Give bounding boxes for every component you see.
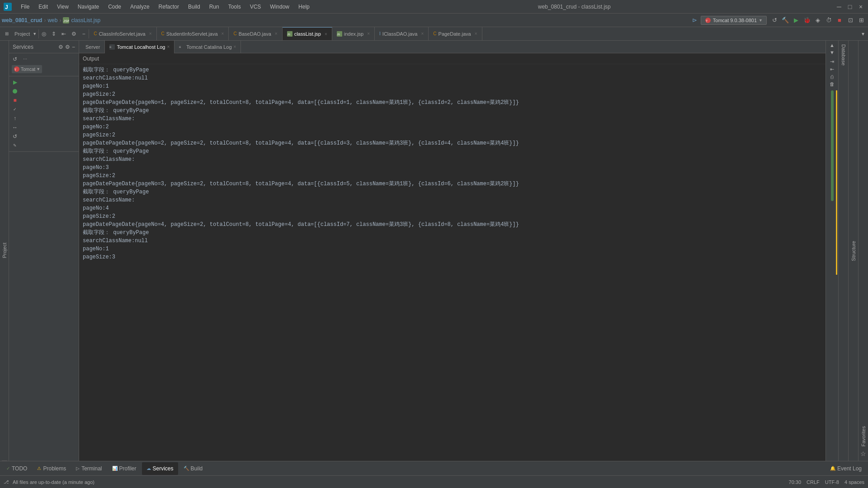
breadcrumb-project[interactable]: web_0801_crud <box>2 17 42 23</box>
settings-icon[interactable]: ⚙ <box>69 29 79 39</box>
menu-tools[interactable]: Tools <box>225 3 245 11</box>
menu-refactor[interactable]: Refactor <box>155 3 183 11</box>
structure-panel[interactable]: Structure <box>848 41 858 461</box>
collapse-icon[interactable]: ⇤ <box>59 29 69 39</box>
deploy-server-icon[interactable]: ↑ <box>11 114 19 122</box>
tab-classList[interactable]: JS classList.jsp × <box>283 27 332 41</box>
bottom-tab-profiler[interactable]: 📊 Profiler <box>108 462 141 475</box>
tab-server[interactable]: Server <box>81 41 105 53</box>
menu-edit[interactable]: Edit <box>35 3 52 11</box>
tomcat-config-button[interactable]: T Tomcat 9.0.38-0801 ▼ <box>701 16 767 25</box>
scroll-up-icon[interactable]: ▲ <box>830 42 835 48</box>
tab-close-IClassDAO[interactable]: × <box>421 31 424 36</box>
database-panel[interactable]: Database <box>838 41 848 461</box>
project-tree-button[interactable]: ⊞ <box>2 29 12 39</box>
menu-code[interactable]: Code <box>104 3 125 11</box>
indentation[interactable]: 4 spaces <box>844 479 864 485</box>
tomcat-label: Tomcat 9.0.38-0801 <box>713 18 757 23</box>
tab-IClassDAO[interactable]: I IClassDAO.java × <box>375 27 429 41</box>
print-icon[interactable]: ⎙ <box>830 74 834 80</box>
server-status-indicator <box>11 87 19 95</box>
tab-PageDate[interactable]: C PageDate.java × <box>429 27 482 41</box>
reload-server-icon[interactable]: ↺ <box>11 132 19 141</box>
services-gear-icon[interactable]: ⚙ <box>65 44 70 50</box>
cursor-position[interactable]: 70:30 <box>789 479 802 485</box>
maximize-button[interactable]: □ <box>846 3 854 10</box>
scroll-from-source-icon[interactable]: ⇕ <box>49 29 59 39</box>
bottom-tab-terminal[interactable]: ▷ Terminal <box>71 462 106 475</box>
breadcrumb-file[interactable]: classList.jsp <box>71 17 100 23</box>
menu-help[interactable]: Help <box>295 3 313 11</box>
start-server-icon[interactable]: ▶ <box>11 78 19 86</box>
locate-file-icon[interactable]: ◎ <box>39 29 49 39</box>
scroll-align-icon[interactable]: ⇤ <box>830 66 834 72</box>
project-dropdown-icon[interactable]: ▼ <box>33 32 37 36</box>
jsp-icon-index: JS <box>337 31 342 37</box>
stop-icon[interactable]: ■ <box>835 15 844 25</box>
tab-tomcat-localhost-log[interactable]: ≡ Tomcat Localhost Log × <box>105 41 175 53</box>
output-content[interactable]: 截取字段： queryByPagesearchClassName:nullpag… <box>79 64 826 461</box>
build-icon[interactable]: 🔨 <box>780 15 790 25</box>
more-tabs-button[interactable]: ▾ <box>858 29 868 39</box>
jsp-icon-classlist: JS <box>287 31 292 37</box>
tab-BaseDAO[interactable]: C BaseDAO.java × <box>229 27 282 41</box>
menu-analyze[interactable]: Analyze <box>127 3 153 11</box>
stop-server-icon[interactable]: ■ <box>11 96 19 104</box>
config-icon[interactable]: ⊞ <box>856 15 866 25</box>
encoding[interactable]: UTF-8 <box>825 479 839 485</box>
scroll-down-icon[interactable]: ▼ <box>830 50 835 55</box>
run-icon[interactable]: ▶ <box>791 15 801 25</box>
menu-window[interactable]: Window <box>266 3 293 11</box>
bottom-tab-problems[interactable]: ⚠ Problems <box>33 462 71 475</box>
line-ending[interactable]: CRLF <box>807 479 820 485</box>
build-label: Build <box>191 465 203 472</box>
favorites-panel[interactable]: Favorites ☆ <box>858 41 868 461</box>
deploy-icon[interactable]: ⊡ <box>845 15 855 25</box>
menu-navigate[interactable]: Navigate <box>74 3 103 11</box>
tab-close-StudentInfoServlet[interactable]: × <box>222 31 224 36</box>
hide-icon[interactable]: − <box>79 29 89 39</box>
scroll-fit-icon[interactable]: ⇥ <box>830 59 834 65</box>
minimize-button[interactable]: ─ <box>835 3 843 10</box>
menu-vcs[interactable]: VCS <box>246 3 265 11</box>
menu-view[interactable]: View <box>53 3 72 11</box>
scroll-thumb[interactable] <box>831 90 834 201</box>
refresh-services-icon[interactable]: ↺ <box>11 55 19 63</box>
edit-server-icon[interactable]: ✎ <box>11 141 19 150</box>
bottom-tab-build[interactable]: 🔨 Build <box>179 462 208 475</box>
tab-tomcat-catalina-log[interactable]: ≡ Tomcat Catalina Log × <box>175 41 241 53</box>
services-settings-icon[interactable]: ⚙ <box>58 44 63 50</box>
tab-close-catalina-log[interactable]: × <box>234 44 236 49</box>
tab-close-classList[interactable]: × <box>325 32 327 37</box>
menu-run[interactable]: Run <box>206 3 223 11</box>
server-dropdown[interactable]: T Tomcat ▼ <box>12 65 42 73</box>
clear-icon[interactable]: 🗑 <box>830 81 835 87</box>
undeploy-server-icon[interactable]: ↔ <box>11 123 19 131</box>
profile-icon[interactable]: ⏱ <box>824 15 834 25</box>
close-button[interactable]: × <box>857 3 864 10</box>
bottom-tab-services[interactable]: ☁ Services <box>142 462 178 475</box>
tab-ClassInfoServlet[interactable]: C ClassInfoServlet.java × <box>89 27 156 41</box>
log-tab-icon: ≡ <box>109 44 115 50</box>
bottom-tab-todo[interactable]: ✓ TODO <box>2 462 32 475</box>
tab-StudentInfoServlet[interactable]: C StudentInfoServlet.java × <box>157 27 229 41</box>
menu-file[interactable]: File <box>17 3 33 11</box>
tab-close-localhost-log[interactable]: × <box>167 44 170 49</box>
tab-close-BaseDAO[interactable]: × <box>275 31 278 36</box>
coverage-icon[interactable]: ◈ <box>813 15 823 25</box>
tab-index[interactable]: JS index.jsp × <box>332 27 375 41</box>
tab-close-ClassInfoServlet[interactable]: × <box>149 31 152 36</box>
navigate-back-icon[interactable]: ⊳ <box>690 15 700 25</box>
expand-services-icon[interactable]: ⋯ <box>21 55 29 63</box>
event-log-button[interactable]: 🔔 Event Log <box>826 462 866 475</box>
debug-icon[interactable]: 🐞 <box>802 15 812 25</box>
tab-close-PageDate[interactable]: × <box>475 31 477 36</box>
project-vertical-tab[interactable]: Project <box>2 41 7 461</box>
problems-label: Problems <box>43 465 66 472</box>
update-app-icon[interactable]: ↺ <box>769 15 779 25</box>
breadcrumb-web[interactable]: web <box>47 17 57 23</box>
server-item-tomcat[interactable]: T Tomcat ▼ <box>11 64 77 74</box>
services-hide-icon[interactable]: − <box>72 44 75 50</box>
menu-build[interactable]: Build <box>184 3 204 11</box>
tab-close-index[interactable]: × <box>367 31 370 36</box>
